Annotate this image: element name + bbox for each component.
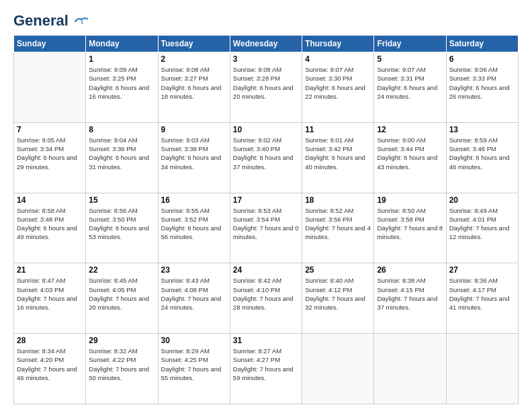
day-info: Sunrise: 8:38 AMSunset: 4:15 PMDaylight:… [377, 276, 443, 312]
day-cell: 25Sunrise: 8:40 AMSunset: 4:12 PMDayligh… [302, 263, 374, 334]
day-info: Sunrise: 8:36 AMSunset: 4:17 PMDaylight:… [449, 276, 515, 312]
day-cell: 17Sunrise: 8:53 AMSunset: 3:54 PMDayligh… [230, 193, 302, 263]
day-info: Sunrise: 8:34 AMSunset: 4:20 PMDaylight:… [17, 347, 83, 382]
day-number: 23 [161, 265, 227, 275]
header-saturday: Saturday [446, 36, 518, 52]
day-cell: 3Sunrise: 9:08 AMSunset: 3:28 PMDaylight… [230, 52, 302, 123]
day-info: Sunrise: 8:45 AMSunset: 4:05 PMDaylight:… [89, 276, 154, 312]
day-number: 20 [449, 195, 515, 205]
day-number: 12 [377, 125, 443, 134]
day-cell [446, 334, 518, 404]
day-cell [374, 334, 446, 404]
day-cell: 30Sunrise: 8:29 AMSunset: 4:25 PMDayligh… [158, 334, 230, 404]
day-number: 13 [449, 125, 515, 134]
day-cell: 8Sunrise: 9:04 AMSunset: 3:36 PMDaylight… [86, 122, 158, 193]
day-number: 21 [17, 265, 83, 275]
day-cell: 2Sunrise: 9:08 AMSunset: 3:27 PMDaylight… [158, 52, 230, 123]
day-cell: 18Sunrise: 8:52 AMSunset: 3:56 PMDayligh… [302, 193, 374, 263]
day-info: Sunrise: 9:01 AMSunset: 3:42 PMDaylight:… [305, 136, 371, 171]
day-number: 8 [89, 125, 154, 134]
day-info: Sunrise: 9:08 AMSunset: 3:27 PMDaylight:… [161, 65, 227, 101]
day-number: 4 [305, 54, 371, 64]
day-cell: 12Sunrise: 9:00 AMSunset: 3:44 PMDayligh… [374, 122, 446, 193]
header-friday: Friday [374, 36, 446, 52]
week-row-4: 21Sunrise: 8:47 AMSunset: 4:03 PMDayligh… [14, 263, 519, 334]
day-info: Sunrise: 8:32 AMSunset: 4:22 PMDaylight:… [89, 347, 154, 382]
day-number: 14 [17, 195, 83, 205]
day-number: 22 [89, 265, 154, 275]
day-cell: 6Sunrise: 9:06 AMSunset: 3:33 PMDaylight… [446, 52, 518, 123]
day-info: Sunrise: 9:06 AMSunset: 3:33 PMDaylight:… [449, 65, 515, 101]
day-info: Sunrise: 8:27 AMSunset: 4:27 PMDaylight:… [233, 347, 299, 382]
calendar-table: Sunday Monday Tuesday Wednesday Thursday… [13, 35, 519, 404]
day-cell: 7Sunrise: 9:05 AMSunset: 3:34 PMDaylight… [14, 122, 86, 193]
logo-text: General [13, 13, 89, 28]
day-number: 19 [377, 195, 443, 205]
header-thursday: Thursday [302, 36, 374, 52]
day-info: Sunrise: 8:59 AMSunset: 3:46 PMDaylight:… [449, 136, 515, 171]
day-cell: 5Sunrise: 9:07 AMSunset: 3:31 PMDaylight… [374, 52, 446, 123]
day-info: Sunrise: 8:56 AMSunset: 3:50 PMDaylight:… [89, 206, 154, 242]
day-number: 24 [233, 265, 299, 275]
day-info: Sunrise: 8:40 AMSunset: 4:12 PMDaylight:… [305, 276, 371, 312]
day-number: 9 [161, 125, 227, 134]
day-cell [302, 334, 374, 404]
header-sunday: Sunday [14, 36, 86, 52]
day-cell: 26Sunrise: 8:38 AMSunset: 4:15 PMDayligh… [374, 263, 446, 334]
day-number: 15 [89, 195, 154, 205]
day-info: Sunrise: 8:43 AMSunset: 4:08 PMDaylight:… [161, 276, 227, 312]
day-info: Sunrise: 9:08 AMSunset: 3:28 PMDaylight:… [233, 65, 299, 101]
day-cell: 4Sunrise: 9:07 AMSunset: 3:30 PMDaylight… [302, 52, 374, 123]
day-info: Sunrise: 9:07 AMSunset: 3:31 PMDaylight:… [377, 65, 443, 101]
day-info: Sunrise: 8:58 AMSunset: 3:48 PMDaylight:… [17, 206, 83, 242]
header-monday: Monday [86, 36, 158, 52]
week-row-3: 14Sunrise: 8:58 AMSunset: 3:48 PMDayligh… [14, 193, 519, 263]
day-number: 17 [233, 195, 299, 205]
day-number: 18 [305, 195, 371, 205]
day-cell: 24Sunrise: 8:42 AMSunset: 4:10 PMDayligh… [230, 263, 302, 334]
header-tuesday: Tuesday [158, 36, 230, 52]
day-info: Sunrise: 8:42 AMSunset: 4:10 PMDaylight:… [233, 276, 299, 312]
day-info: Sunrise: 9:05 AMSunset: 3:34 PMDaylight:… [17, 136, 83, 171]
day-cell: 11Sunrise: 9:01 AMSunset: 3:42 PMDayligh… [302, 122, 374, 193]
day-cell: 14Sunrise: 8:58 AMSunset: 3:48 PMDayligh… [14, 193, 86, 263]
day-info: Sunrise: 8:49 AMSunset: 4:01 PMDaylight:… [449, 206, 515, 242]
day-info: Sunrise: 9:04 AMSunset: 3:36 PMDaylight:… [89, 136, 154, 171]
day-cell: 31Sunrise: 8:27 AMSunset: 4:27 PMDayligh… [230, 334, 302, 404]
day-number: 2 [161, 54, 227, 64]
logo: General [13, 13, 89, 27]
day-cell: 16Sunrise: 8:55 AMSunset: 3:52 PMDayligh… [158, 193, 230, 263]
bird-icon [74, 16, 89, 27]
day-number: 29 [89, 336, 154, 345]
day-info: Sunrise: 9:07 AMSunset: 3:30 PMDaylight:… [305, 65, 371, 101]
day-info: Sunrise: 9:09 AMSunset: 3:25 PMDaylight:… [89, 65, 154, 101]
day-info: Sunrise: 9:02 AMSunset: 3:40 PMDaylight:… [233, 136, 299, 171]
weekday-header-row: Sunday Monday Tuesday Wednesday Thursday… [14, 36, 519, 52]
day-number: 28 [17, 336, 83, 345]
day-info: Sunrise: 8:47 AMSunset: 4:03 PMDaylight:… [17, 276, 83, 312]
page: General Sunday Monday Tuesday [0, 0, 532, 411]
day-info: Sunrise: 8:55 AMSunset: 3:52 PMDaylight:… [161, 206, 227, 242]
day-number: 3 [233, 54, 299, 64]
day-cell: 1Sunrise: 9:09 AMSunset: 3:25 PMDaylight… [86, 52, 158, 123]
day-cell: 20Sunrise: 8:49 AMSunset: 4:01 PMDayligh… [446, 193, 518, 263]
day-cell: 10Sunrise: 9:02 AMSunset: 3:40 PMDayligh… [230, 122, 302, 193]
day-info: Sunrise: 8:53 AMSunset: 3:54 PMDaylight:… [233, 206, 299, 242]
day-number: 27 [449, 265, 515, 275]
week-row-1: 1Sunrise: 9:09 AMSunset: 3:25 PMDaylight… [14, 52, 519, 123]
day-number: 25 [305, 265, 371, 275]
day-info: Sunrise: 9:03 AMSunset: 3:38 PMDaylight:… [161, 136, 227, 171]
day-cell: 22Sunrise: 8:45 AMSunset: 4:05 PMDayligh… [86, 263, 158, 334]
day-info: Sunrise: 8:29 AMSunset: 4:25 PMDaylight:… [161, 347, 227, 382]
day-number: 26 [377, 265, 443, 275]
day-number: 6 [449, 54, 515, 64]
day-cell: 28Sunrise: 8:34 AMSunset: 4:20 PMDayligh… [14, 334, 86, 404]
day-number: 30 [161, 336, 227, 345]
day-info: Sunrise: 8:52 AMSunset: 3:56 PMDaylight:… [305, 206, 371, 242]
day-number: 16 [161, 195, 227, 205]
day-number: 1 [89, 54, 154, 64]
day-number: 31 [233, 336, 299, 345]
day-cell: 9Sunrise: 9:03 AMSunset: 3:38 PMDaylight… [158, 122, 230, 193]
day-cell [14, 52, 86, 123]
week-row-2: 7Sunrise: 9:05 AMSunset: 3:34 PMDaylight… [14, 122, 519, 193]
